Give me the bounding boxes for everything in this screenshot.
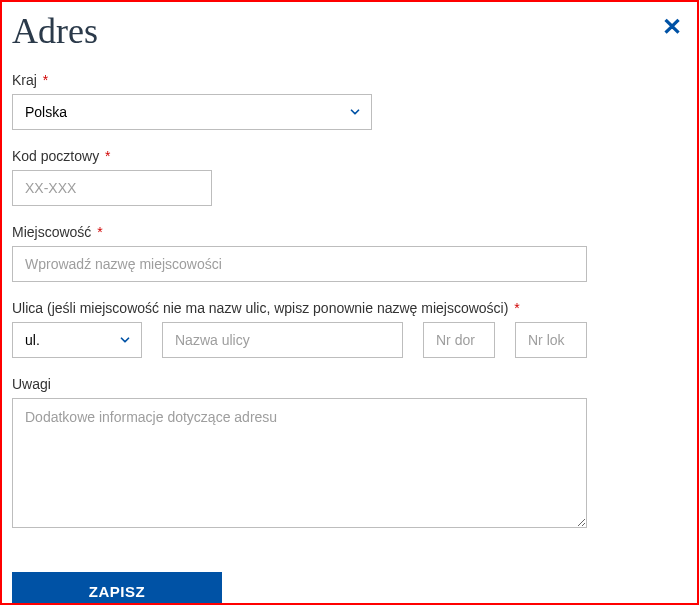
close-icon: ✕ [662,13,682,40]
required-mark: * [105,148,110,164]
postal-label: Kod pocztowy * [12,148,687,164]
notes-textarea[interactable] [12,398,587,528]
country-label: Kraj * [12,72,687,88]
street-label-text: Ulica (jeśli miejscowość nie ma nazw uli… [12,300,508,316]
city-input[interactable] [12,246,587,282]
country-select[interactable]: Polska [12,94,372,130]
save-button[interactable]: ZAPISZ [12,572,222,605]
street-name-input[interactable] [162,322,403,358]
city-label-text: Miejscowość [12,224,91,240]
street-prefix-value: ul. [25,332,40,348]
apt-number-input[interactable] [515,322,587,358]
required-mark: * [514,300,519,316]
postal-input[interactable] [12,170,212,206]
street-prefix-select[interactable]: ul. [12,322,142,358]
required-mark: * [43,72,48,88]
page-title: Adres [12,10,98,52]
country-value: Polska [25,104,67,120]
house-number-input[interactable] [423,322,495,358]
close-button[interactable]: ✕ [657,10,687,44]
required-mark: * [97,224,102,240]
country-label-text: Kraj [12,72,37,88]
city-label: Miejscowość * [12,224,687,240]
postal-label-text: Kod pocztowy [12,148,99,164]
notes-label: Uwagi [12,376,687,392]
street-label: Ulica (jeśli miejscowość nie ma nazw uli… [12,300,687,316]
